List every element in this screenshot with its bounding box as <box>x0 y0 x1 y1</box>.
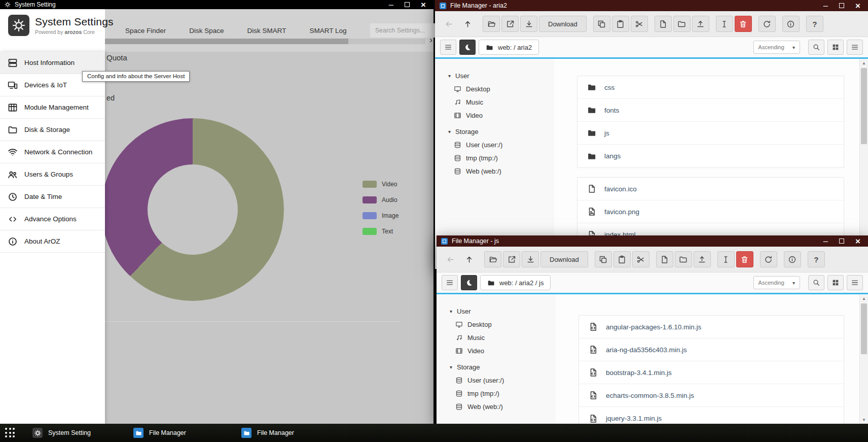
file-row[interactable]: jquery-3.3.1.min.js <box>579 407 844 424</box>
tree-item-desktop[interactable]: Desktop <box>450 318 556 331</box>
tab-space-finder[interactable]: Space Finder <box>125 27 166 35</box>
tree-item-web-drive[interactable]: Web (web:/) <box>448 164 554 178</box>
tree-item-desktop[interactable]: Desktop <box>448 82 554 95</box>
refresh-button[interactable] <box>760 251 777 267</box>
tree-item-user-drive[interactable]: User (user:/) <box>448 138 554 151</box>
minimize-icon[interactable]: ─ <box>389 2 393 8</box>
vertical-scrollbar[interactable]: ▲ ▼ <box>859 295 868 424</box>
grid-view-button[interactable] <box>827 275 844 290</box>
back-button[interactable] <box>442 251 459 267</box>
search-button[interactable] <box>808 275 824 290</box>
list-view-button[interactable] <box>847 40 863 55</box>
maximize-icon[interactable] <box>405 2 410 7</box>
grid-view-button[interactable] <box>827 40 844 55</box>
scroll-up-icon[interactable]: ▲ <box>860 59 868 67</box>
apps-grid-icon[interactable] <box>5 428 15 437</box>
tree-section-user[interactable]: ▾User <box>448 70 554 82</box>
tree-item-tmp-drive[interactable]: tmp (tmp:/) <box>450 387 556 400</box>
open-external-button[interactable] <box>503 251 520 267</box>
sidebar-item-users-groups[interactable]: Users & Groups <box>0 163 105 186</box>
refresh-button[interactable] <box>758 16 776 32</box>
tree-item-music[interactable]: Music <box>448 95 554 109</box>
up-button[interactable] <box>459 16 476 32</box>
close-icon[interactable]: × <box>855 2 860 10</box>
new-folder-button[interactable] <box>675 251 692 267</box>
taskbar-item-system-setting[interactable]: System Setting <box>32 424 91 442</box>
file-row[interactable]: js <box>577 122 844 145</box>
scroll-up-icon[interactable]: ▲ <box>860 295 868 302</box>
legend-item-video[interactable]: Video <box>363 181 399 188</box>
menu-button[interactable] <box>440 40 456 55</box>
file-row[interactable]: echarts-common-3.8.5.min.js <box>579 384 844 407</box>
tree-item-music[interactable]: Music <box>450 331 556 344</box>
tree-item-video[interactable]: Video <box>448 109 554 122</box>
help-button[interactable]: ? <box>808 251 825 267</box>
sidebar-item-advance-options[interactable]: Advance Options <box>0 208 105 230</box>
info-button[interactable] <box>784 251 801 267</box>
file-row[interactable]: css <box>577 76 844 99</box>
taskbar-item-file-manager-1[interactable]: File Manager <box>133 424 186 442</box>
scrollbar-thumb[interactable] <box>861 68 867 144</box>
file-row[interactable]: favicon.png <box>577 200 844 223</box>
close-icon[interactable]: × <box>855 237 860 246</box>
tree-section-user[interactable]: ▾User <box>450 305 556 318</box>
new-file-button[interactable] <box>656 251 673 267</box>
cut-button[interactable] <box>632 251 649 267</box>
menu-button[interactable] <box>442 275 458 290</box>
sidebar-item-disk-storage[interactable]: Disk & Storage <box>0 119 105 141</box>
new-folder-button[interactable] <box>673 16 691 32</box>
copy-button[interactable] <box>593 16 610 32</box>
download-icon-button[interactable] <box>522 251 539 267</box>
theme-toggle-button[interactable] <box>461 275 477 290</box>
theme-toggle-button[interactable] <box>459 40 476 55</box>
rename-button[interactable] <box>717 251 735 267</box>
upload-button[interactable] <box>694 251 711 267</box>
file-row[interactable]: aria-ng-da5356c403.min.js <box>579 338 844 361</box>
new-file-button[interactable] <box>655 16 672 32</box>
tree-item-tmp-drive[interactable]: tmp (tmp:/) <box>448 151 554 164</box>
breadcrumb[interactable]: web: / aria2 <box>479 40 539 55</box>
file-row[interactable]: bootstrap-3.4.1.min.js <box>579 361 844 384</box>
download-button[interactable]: Download <box>540 251 588 267</box>
open-external-button[interactable] <box>501 16 519 32</box>
rename-button[interactable] <box>716 16 733 32</box>
cut-button[interactable] <box>631 16 648 32</box>
tree-section-storage[interactable]: ▾Storage <box>450 361 556 373</box>
system-settings-titlebar[interactable]: System Setting ─ × <box>0 0 433 9</box>
file-row[interactable]: langs <box>577 145 844 167</box>
tree-item-video[interactable]: Video <box>450 344 556 357</box>
scroll-down-icon[interactable]: ▼ <box>860 416 868 424</box>
legend-item-image[interactable]: Image <box>363 212 399 219</box>
breadcrumb[interactable]: web: / aria2 / js <box>480 275 551 290</box>
maximize-icon[interactable] <box>839 3 844 8</box>
sidebar-item-about-aroz[interactable]: About ArOZ <box>0 230 105 253</box>
tab-smart-log[interactable]: SMART Log <box>310 27 347 35</box>
download-button[interactable]: Download <box>539 16 587 32</box>
sidebar-item-date-time[interactable]: Date & Time <box>0 186 105 208</box>
open-folder-button[interactable] <box>484 251 501 267</box>
paste-button[interactable] <box>612 16 629 32</box>
download-icon-button[interactable] <box>520 16 537 32</box>
tree-section-storage[interactable]: ▾Storage <box>448 125 554 138</box>
sort-order-select[interactable]: Ascending▾ <box>753 41 800 54</box>
list-view-button[interactable] <box>847 275 863 290</box>
tree-item-web-drive[interactable]: Web (web:/) <box>450 400 556 413</box>
tab-disk-space[interactable]: Disk Space <box>189 27 224 35</box>
search-button[interactable] <box>808 40 824 55</box>
file-row[interactable]: angular-packages-1.6.10.min.js <box>579 316 844 338</box>
legend-item-text[interactable]: Text <box>363 228 399 235</box>
delete-button[interactable] <box>736 251 753 267</box>
taskbar-item-file-manager-2[interactable]: File Manager <box>241 424 294 442</box>
maximize-icon[interactable] <box>839 239 844 244</box>
copy-button[interactable] <box>595 251 612 267</box>
file-manager-titlebar[interactable]: File Manager - js ─ × <box>437 235 868 247</box>
tab-disk-smart[interactable]: Disk SMART <box>247 27 286 35</box>
help-button[interactable]: ? <box>806 16 823 32</box>
file-row[interactable]: fonts <box>577 99 844 122</box>
delete-button[interactable] <box>735 16 752 32</box>
sidebar-item-module-management[interactable]: Module Management <box>0 96 105 119</box>
file-row[interactable]: favicon.ico <box>577 178 844 200</box>
sort-order-select[interactable]: Ascending▾ <box>753 276 800 289</box>
scrollbar-thumb[interactable] <box>861 303 867 354</box>
tabs-horizontal-scrollbar[interactable] <box>105 39 425 44</box>
